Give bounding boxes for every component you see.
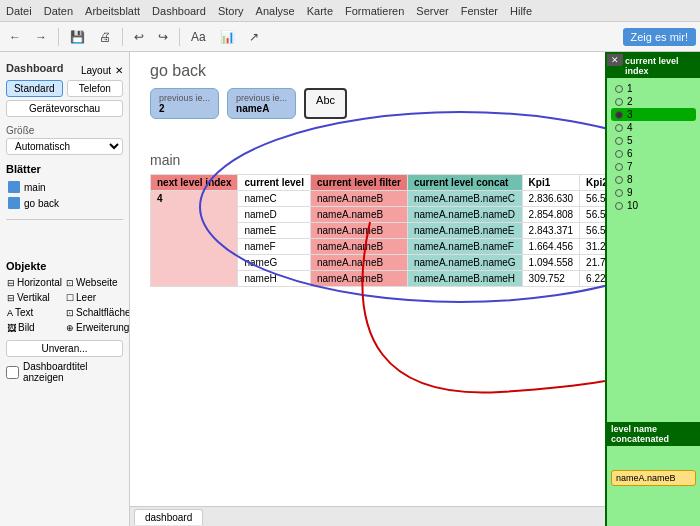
groesse-select[interactable]: Automatisch — [6, 138, 123, 155]
cell-concat: nameA.nameB.nameH — [407, 271, 522, 287]
content-area: go back previous ie... 2 previous ie... … — [130, 52, 605, 526]
menu-analyse[interactable]: Analyse — [256, 5, 295, 17]
tab-standard[interactable]: Standard — [6, 80, 63, 97]
print-button[interactable]: 🖨 — [94, 27, 116, 47]
sheet-goback[interactable]: go back — [6, 195, 123, 211]
rp-number-label: 10 — [627, 200, 638, 211]
rp-number-item[interactable]: 2 — [611, 95, 696, 108]
format-button[interactable]: Aa — [186, 27, 211, 47]
back-button[interactable]: ← — [4, 27, 26, 47]
toolbar-separator2 — [122, 28, 123, 46]
obj-vertikal-label: Vertikal — [17, 292, 50, 303]
unverb-button[interactable]: Unveran... — [6, 340, 123, 357]
save-button[interactable]: 💾 — [65, 27, 90, 47]
th-current-level: current level — [238, 175, 310, 191]
cell-kpi1: 309.752 — [522, 271, 580, 287]
rp-number-label: 5 — [627, 135, 633, 146]
tab-telefon[interactable]: Telefon — [67, 80, 124, 97]
obj-erweiterung[interactable]: ⊕ Erweiterung — [65, 321, 130, 334]
data-table: next level index current level current l… — [150, 174, 605, 287]
obj-text-label: Text — [15, 307, 33, 318]
menu-datei[interactable]: Datei — [6, 5, 32, 17]
blaetter-title: Blätter — [6, 163, 123, 175]
obj-schaltflaeche-label: Schaltfläche — [76, 307, 130, 318]
cell-concat: nameA.nameB.nameD — [407, 207, 522, 223]
cell-kpi2: 31.217.125 — [580, 239, 605, 255]
zeig-button[interactable]: Zeig es mir! — [623, 28, 696, 46]
cell-kpi1: 2.836.630 — [522, 191, 580, 207]
redo-button[interactable]: ↪ — [153, 27, 173, 47]
prev-val-1: 2 — [159, 103, 210, 114]
sidebar: Dashboard Layout ✕ Standard Telefon Gerä… — [0, 52, 130, 526]
menu-server[interactable]: Server — [416, 5, 448, 17]
table-row: 4nameCnameA.nameBnameA.nameB.nameC2.836.… — [151, 191, 606, 207]
obj-webseite[interactable]: ⊡ Webseite — [65, 276, 130, 289]
menu-formatieren[interactable]: Formatieren — [345, 5, 404, 17]
undo-button[interactable]: ↩ — [129, 27, 149, 47]
radio-empty-icon — [615, 98, 623, 106]
obj-bild[interactable]: 🖼 Bild — [6, 321, 63, 334]
obj-schaltflaeche[interactable]: ⊡ Schaltfläche — [65, 306, 130, 319]
cell-concat: nameA.nameB.nameE — [407, 223, 522, 239]
main-title: main — [150, 152, 605, 168]
cell-kpi1: 1.664.456 — [522, 239, 580, 255]
sheet-icon-main — [8, 181, 20, 193]
obj-vertikal[interactable]: ⊟ Vertikal — [6, 291, 63, 304]
chart-button[interactable]: 📊 — [215, 27, 240, 47]
obj-text[interactable]: A Text — [6, 306, 63, 319]
cell-kpi2: 56.540.818 — [580, 207, 605, 223]
sheet-main[interactable]: main — [6, 179, 123, 195]
prev-box-1: previous ie... 2 — [150, 88, 219, 119]
rp-number-item[interactable]: 4 — [611, 121, 696, 134]
sheet-goback-label: go back — [24, 198, 59, 209]
menu-arbeitsblatt[interactable]: Arbeitsblatt — [85, 5, 140, 17]
dashboard-title-row: Dashboardtitel anzeigen — [6, 361, 123, 383]
toolbar-separator — [58, 28, 59, 46]
rp-number-item[interactable]: 9 — [611, 186, 696, 199]
rp-bottom-label: level name concatenated — [607, 422, 700, 446]
cell-concat: nameA.nameB.nameC — [407, 191, 522, 207]
cell-concat: nameA.nameB.nameF — [407, 239, 522, 255]
menu-fenster[interactable]: Fenster — [461, 5, 498, 17]
abc-box: Abc — [304, 88, 347, 119]
rp-number-item[interactable]: 7 — [611, 160, 696, 173]
prev-val-2: nameA — [236, 103, 287, 114]
menu-daten[interactable]: Daten — [44, 5, 73, 17]
toolbar-separator3 — [179, 28, 180, 46]
cell-kpi1: 2.854.808 — [522, 207, 580, 223]
obj-leer[interactable]: ☐ Leer — [65, 291, 130, 304]
rp-number-item[interactable]: 8 — [611, 173, 696, 186]
horizontal-icon: ⊟ — [7, 278, 15, 288]
rp-number-item[interactable]: 6 — [611, 147, 696, 160]
cell-filter: nameA.nameB — [310, 223, 407, 239]
dashboard-label: Dashboard — [6, 62, 63, 74]
rp-number-label: 9 — [627, 187, 633, 198]
schaltflaeche-icon: ⊡ — [66, 308, 74, 318]
erweiterung-icon: ⊕ — [66, 323, 74, 333]
cell-current: nameH — [238, 271, 310, 287]
sidebar-close-icon[interactable]: ✕ — [115, 65, 123, 76]
menu-dashboard[interactable]: Dashboard — [152, 5, 206, 17]
menu-karte[interactable]: Karte — [307, 5, 333, 17]
cell-current: nameF — [238, 239, 310, 255]
rp-number-item[interactable]: 5 — [611, 134, 696, 147]
menu-hilfe[interactable]: Hilfe — [510, 5, 532, 17]
rp-close-button[interactable]: ✕ — [607, 54, 623, 66]
cell-kpi2: 21.767.902 — [580, 255, 605, 271]
share-button[interactable]: ↗ — [244, 27, 264, 47]
cell-filter: nameA.nameB — [310, 255, 407, 271]
rp-number-label: 2 — [627, 96, 633, 107]
tab-dashboard[interactable]: dashboard — [134, 509, 203, 525]
obj-horizontal[interactable]: ⊟ Horizontal — [6, 276, 63, 289]
canvas: go back previous ie... 2 previous ie... … — [130, 52, 605, 526]
rp-number-item[interactable]: 3 — [611, 108, 696, 121]
rp-number-item[interactable]: 10 — [611, 199, 696, 212]
menu-story[interactable]: Story — [218, 5, 244, 17]
rp-number-item[interactable]: 1 — [611, 82, 696, 95]
geraet-button[interactable]: Gerätevorschau — [6, 100, 123, 117]
go-back-area: go back previous ie... 2 previous ie... … — [150, 62, 347, 131]
radio-empty-icon — [615, 176, 623, 184]
rp-number-label: 8 — [627, 174, 633, 185]
forward-button[interactable]: → — [30, 27, 52, 47]
dashboard-title-checkbox[interactable] — [6, 366, 19, 379]
